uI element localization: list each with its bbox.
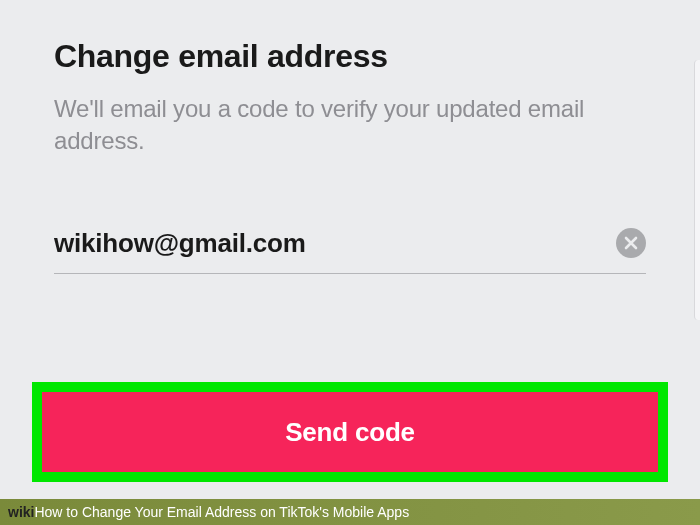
page-title: Change email address	[54, 38, 646, 75]
tutorial-highlight: Send code	[32, 382, 668, 482]
send-code-button[interactable]: Send code	[42, 392, 658, 472]
footer-caption: How to Change Your Email Address on TikT…	[34, 504, 409, 520]
close-icon	[624, 236, 638, 250]
attribution-bar: wikiHow to Change Your Email Address on …	[0, 499, 700, 525]
email-input-row	[54, 228, 646, 274]
footer-brand: wiki	[8, 504, 34, 520]
change-email-panel: Change email address We'll email you a c…	[0, 0, 700, 274]
page-subtitle: We'll email you a code to verify your up…	[54, 93, 646, 158]
scroll-edge	[694, 60, 700, 320]
clear-input-button[interactable]	[616, 228, 646, 258]
email-field[interactable]	[54, 228, 616, 259]
